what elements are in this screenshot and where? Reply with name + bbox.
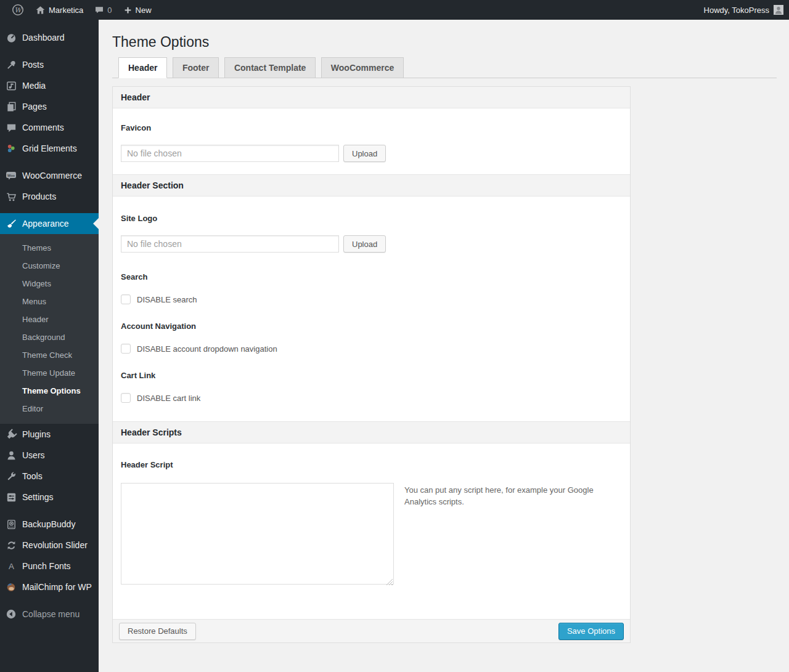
- section-header-section: Header Section: [113, 174, 630, 196]
- main-content: Theme Options Header Footer Contact Temp…: [99, 20, 789, 672]
- section-header-body: Favicon Upload: [113, 123, 630, 174]
- grid-elements-icon: [5, 142, 17, 155]
- search-label: Search: [121, 272, 622, 281]
- comments-count: 0: [107, 6, 112, 15]
- sidebar-item-mailchimp[interactable]: MailChimp for WP: [0, 577, 99, 597]
- woocommerce-icon: Woo: [5, 169, 17, 182]
- header-script-row: You can put any script here, for example…: [121, 483, 622, 619]
- section-header-scripts-body: Header Script You can put any script her…: [113, 460, 630, 619]
- sidebar-item-comments[interactable]: Comments: [0, 117, 99, 138]
- wordpress-logo-icon[interactable]: W: [6, 0, 30, 20]
- sidebar-item-products[interactable]: Products: [0, 186, 99, 207]
- sidebar-item-plugins[interactable]: Plugins: [0, 424, 99, 445]
- panel-footer: Restore Defaults Save Options: [113, 619, 630, 642]
- sidebar-item-pages[interactable]: Pages: [0, 96, 99, 117]
- disable-cart-row: DISABLE cart link: [121, 393, 622, 403]
- site-logo-label: Site Logo: [121, 214, 622, 223]
- disable-search-row: DISABLE search: [121, 294, 622, 304]
- submenu-item-theme-update[interactable]: Theme Update: [0, 364, 99, 382]
- sidebar-item-appearance[interactable]: Appearance: [0, 213, 99, 234]
- sidebar-item-settings[interactable]: Settings: [0, 487, 99, 508]
- site-logo-upload-row: Upload: [121, 235, 622, 253]
- home-icon: [35, 5, 46, 15]
- new-label: New: [136, 6, 152, 15]
- sidebar-item-collapse-menu[interactable]: Collapse menu: [0, 604, 99, 625]
- admin-sidebar: Dashboard Posts Media Pages Commen: [0, 20, 99, 672]
- section-header-section-body: Site Logo Upload Search DISABLE search A…: [113, 214, 630, 421]
- tab-header[interactable]: Header: [118, 57, 167, 78]
- cart-link-label: Cart Link: [121, 371, 622, 380]
- submenu-item-background[interactable]: Background: [0, 328, 99, 346]
- site-menu-item[interactable]: Marketica: [30, 0, 89, 20]
- submenu-item-editor[interactable]: Editor: [0, 400, 99, 418]
- svg-text:W: W: [15, 6, 23, 14]
- admin-bar: W Marketica 0 New Howdy, TokoPress: [0, 0, 789, 20]
- admin-bar-left: W Marketica 0 New: [0, 0, 157, 20]
- disable-cart-label: DISABLE cart link: [137, 394, 200, 403]
- submenu-item-widgets[interactable]: Widgets: [0, 275, 99, 293]
- sidebar-item-tools[interactable]: Tools: [0, 466, 99, 487]
- sidebar-item-woocommerce[interactable]: Woo WooCommerce: [0, 165, 99, 186]
- howdy-greeting: Howdy, TokoPress: [704, 6, 769, 15]
- comments-menu-item[interactable]: 0: [89, 0, 117, 20]
- collapse-icon: [5, 608, 17, 620]
- current-menu-arrow: [93, 218, 99, 229]
- site-name: Marketica: [49, 6, 83, 15]
- tab-contact-template[interactable]: Contact Template: [224, 57, 316, 78]
- section-header-scripts: Header Scripts: [113, 421, 630, 443]
- dashboard-icon: [5, 31, 17, 44]
- menu-separator: [0, 597, 99, 604]
- submenu-item-themes[interactable]: Themes: [0, 239, 99, 257]
- disable-search-checkbox[interactable]: [121, 294, 131, 304]
- favicon-upload-button[interactable]: Upload: [343, 145, 386, 162]
- wrench-icon: [5, 470, 17, 482]
- restore-defaults-button[interactable]: Restore Defaults: [119, 623, 196, 640]
- sidebar-item-users[interactable]: Users: [0, 445, 99, 466]
- submenu-item-header[interactable]: Header: [0, 310, 99, 328]
- disable-account-checkbox[interactable]: [121, 344, 131, 354]
- submenu-item-menus[interactable]: Menus: [0, 293, 99, 310]
- favicon-file-input[interactable]: [121, 145, 339, 162]
- pages-icon: [5, 100, 17, 113]
- sidebar-item-revolution-slider[interactable]: Revolution Slider: [0, 535, 99, 556]
- plugin-icon: [5, 428, 17, 440]
- menu-separator: [0, 159, 99, 165]
- media-icon: [5, 79, 17, 92]
- tab-footer[interactable]: Footer: [173, 57, 219, 78]
- menu-separator: [0, 48, 99, 54]
- submenu-item-theme-check[interactable]: Theme Check: [0, 346, 99, 364]
- svg-text:A: A: [9, 562, 14, 571]
- sidebar-item-media[interactable]: Media: [0, 75, 99, 96]
- disable-account-row: DISABLE account dropdown navigation: [121, 344, 622, 354]
- submenu-item-theme-options[interactable]: Theme Options: [0, 382, 99, 400]
- save-options-button[interactable]: Save Options: [558, 623, 624, 640]
- section-header: Header: [113, 87, 630, 108]
- admin-bar-right[interactable]: Howdy, TokoPress: [704, 0, 789, 20]
- mailchimp-icon: [5, 581, 17, 593]
- site-logo-upload-button[interactable]: Upload: [343, 235, 386, 253]
- sidebar-item-backupbuddy[interactable]: BackupBuddy: [0, 514, 99, 535]
- tab-woocommerce[interactable]: WooCommerce: [321, 57, 404, 78]
- user-icon: [5, 449, 17, 461]
- backup-icon: [5, 518, 17, 530]
- tab-bar: Header Footer Contact Template WooCommer…: [112, 57, 777, 78]
- menu-separator: [0, 207, 99, 213]
- sidebar-item-punch-fonts[interactable]: A Punch Fonts: [0, 556, 99, 577]
- site-logo-file-input[interactable]: [121, 235, 339, 253]
- sidebar-item-dashboard[interactable]: Dashboard: [0, 27, 99, 48]
- avatar: [774, 5, 783, 15]
- submenu-item-customize[interactable]: Customize: [0, 257, 99, 275]
- disable-account-label: DISABLE account dropdown navigation: [137, 344, 277, 354]
- new-menu-item[interactable]: New: [118, 0, 157, 20]
- brush-icon: [5, 217, 17, 230]
- sidebar-item-grid-elements[interactable]: Grid Elements: [0, 138, 99, 159]
- favicon-upload-row: Upload: [121, 145, 622, 162]
- svg-text:Woo: Woo: [7, 174, 15, 177]
- pushpin-icon: [5, 59, 17, 71]
- sidebar-item-posts[interactable]: Posts: [0, 54, 99, 75]
- comments-icon: [5, 121, 17, 134]
- favicon-label: Favicon: [121, 123, 622, 132]
- letter-a-icon: A: [5, 560, 17, 572]
- disable-cart-checkbox[interactable]: [121, 393, 131, 403]
- header-script-textarea[interactable]: [121, 483, 394, 585]
